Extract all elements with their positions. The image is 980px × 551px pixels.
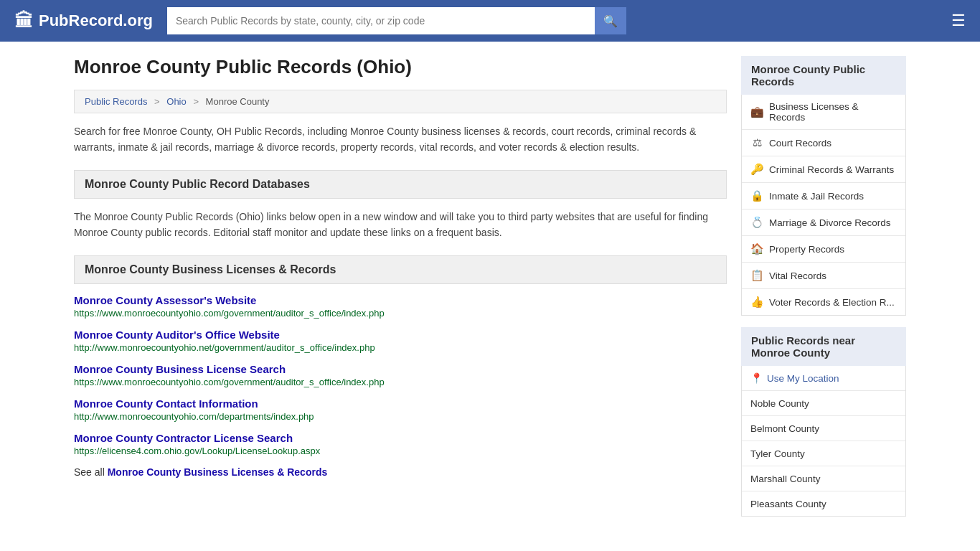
record-link-0[interactable]: Monroe County Assessor's Website	[74, 294, 256, 306]
sidebar-link-business[interactable]: 💼 Business Licenses & Records	[742, 95, 905, 129]
nearby-link-belmont[interactable]: Belmont County	[750, 423, 819, 434]
databases-intro: The Monroe County Public Records (Ohio) …	[74, 209, 727, 241]
record-url-2: https://www.monroecountyohio.com/governm…	[74, 377, 727, 387]
search-bar: 🔍	[167, 7, 626, 34]
criminal-icon: 🔑	[750, 163, 763, 176]
nearby-pleasants: Pleasants County	[742, 491, 905, 516]
sidebar-item-voter: 👍 Voter Records & Election R...	[742, 289, 905, 315]
sidebar-nearby-list: 📍 Use My Location Noble County Belmont C…	[741, 366, 906, 517]
sidebar-link-court[interactable]: ⚖ Court Records	[742, 130, 905, 156]
record-url-4: https://elicense4.com.ohio.gov/Lookup/Li…	[74, 446, 727, 456]
nearby-link-noble[interactable]: Noble County	[750, 398, 809, 409]
nearby-tyler: Tyler County	[742, 441, 905, 466]
content-area: Monroe County Public Records (Ohio) Publ…	[74, 56, 727, 517]
see-all: See all Monroe County Business Licenses …	[74, 466, 727, 478]
marriage-icon: 💍	[750, 216, 763, 229]
search-button[interactable]: 🔍	[595, 7, 626, 34]
record-link-1[interactable]: Monroe County Auditor's Office Website	[74, 329, 280, 341]
record-title-0: Monroe County Assessor's Website	[74, 294, 727, 306]
databases-header: Monroe County Public Record Databases	[74, 170, 727, 199]
record-link-2[interactable]: Monroe County Business License Search	[74, 363, 286, 375]
search-input[interactable]	[167, 7, 595, 34]
sidebar-item-inmate: 🔒 Inmate & Jail Records	[742, 183, 905, 209]
record-entry-0: Monroe County Assessor's Website https:/…	[74, 294, 727, 319]
sidebar-item-business: 💼 Business Licenses & Records	[742, 95, 905, 130]
record-title-2: Monroe County Business License Search	[74, 363, 727, 375]
nearby-link-pleasants[interactable]: Pleasants County	[750, 499, 826, 509]
sidebar-item-criminal: 🔑 Criminal Records & Warrants	[742, 156, 905, 183]
record-title-4: Monroe County Contractor License Search	[74, 432, 727, 444]
record-entry-1: Monroe County Auditor's Office Website h…	[74, 329, 727, 353]
sidebar-item-marriage: 💍 Marriage & Divorce Records	[742, 209, 905, 236]
nearby-belmont: Belmont County	[742, 416, 905, 441]
record-url-1: http://www.monroecountyohio.net/governme…	[74, 342, 727, 353]
sidebar-link-voter[interactable]: 👍 Voter Records & Election R...	[742, 289, 905, 315]
main-container: Monroe County Public Records (Ohio) Publ…	[60, 42, 920, 531]
sidebar-label-property: Property Records	[769, 244, 844, 255]
inmate-icon: 🔒	[750, 189, 763, 202]
record-link-4[interactable]: Monroe County Contractor License Search	[74, 432, 293, 444]
location-icon: 📍	[750, 372, 763, 384]
vital-icon: 📋	[750, 269, 763, 282]
search-icon: 🔍	[603, 15, 618, 27]
logo-text: PubRecord.org	[39, 11, 153, 30]
record-entry-2: Monroe County Business License Search ht…	[74, 363, 727, 387]
sidebar-nearby-section: Public Records near Monroe County 📍 Use …	[741, 327, 906, 517]
logo-icon: 🏛	[14, 10, 33, 32]
breadcrumb-ohio[interactable]: Ohio	[166, 96, 186, 107]
sidebar-link-inmate[interactable]: 🔒 Inmate & Jail Records	[742, 183, 905, 209]
sidebar-link-marriage[interactable]: 💍 Marriage & Divorce Records	[742, 209, 905, 235]
sidebar-nearby-title: Public Records near Monroe County	[741, 327, 906, 366]
breadcrumb-sep-2: >	[193, 96, 199, 107]
breadcrumb-sep-1: >	[154, 96, 160, 107]
sidebar-link-vital[interactable]: 📋 Vital Records	[742, 263, 905, 288]
property-icon: 🏠	[750, 242, 763, 255]
sidebar-label-marriage: Marriage & Divorce Records	[769, 217, 891, 228]
sidebar-records-list: 💼 Business Licenses & Records ⚖ Court Re…	[741, 95, 906, 316]
sidebar-item-court: ⚖ Court Records	[742, 130, 905, 156]
nearby-use-location[interactable]: 📍 Use My Location	[742, 366, 905, 391]
breadcrumb: Public Records > Ohio > Monroe County	[74, 90, 727, 113]
nearby-marshall: Marshall County	[742, 466, 905, 491]
nearby-noble: Noble County	[742, 391, 905, 416]
court-icon: ⚖	[750, 136, 763, 149]
page-title: Monroe County Public Records (Ohio)	[74, 56, 727, 78]
breadcrumb-current: Monroe County	[206, 96, 270, 107]
sidebar-link-criminal[interactable]: 🔑 Criminal Records & Warrants	[742, 156, 905, 182]
sidebar-records-section: Monroe County Public Records 💼 Business …	[741, 56, 906, 316]
record-entry-3: Monroe County Contact Information http:/…	[74, 397, 727, 422]
record-title-1: Monroe County Auditor's Office Website	[74, 329, 727, 341]
nearby-link-tyler[interactable]: Tyler County	[750, 448, 805, 459]
sidebar-label-inmate: Inmate & Jail Records	[769, 191, 864, 202]
record-url-0: https://www.monroecountyohio.com/governm…	[74, 308, 727, 319]
menu-icon: ☰	[951, 11, 966, 29]
record-url-3: http://www.monroecountyohio.com/departme…	[74, 411, 727, 422]
business-icon: 💼	[750, 105, 763, 118]
sidebar-label-criminal: Criminal Records & Warrants	[769, 164, 894, 175]
breadcrumb-public-records[interactable]: Public Records	[85, 96, 147, 107]
sidebar-link-property[interactable]: 🏠 Property Records	[742, 236, 905, 262]
record-entry-4: Monroe County Contractor License Search …	[74, 432, 727, 456]
intro-text: Search for free Monroe County, OH Public…	[74, 123, 727, 156]
use-location-text: Use My Location	[767, 373, 839, 384]
sidebar: Monroe County Public Records 💼 Business …	[741, 56, 906, 517]
voter-icon: 👍	[750, 296, 763, 309]
site-header: 🏛 PubRecord.org 🔍 ☰	[0, 0, 980, 42]
business-header: Monroe County Business Licenses & Record…	[74, 255, 727, 284]
sidebar-item-property: 🏠 Property Records	[742, 236, 905, 263]
sidebar-records-title: Monroe County Public Records	[741, 56, 906, 95]
record-title-3: Monroe County Contact Information	[74, 397, 727, 410]
sidebar-label-vital: Vital Records	[769, 270, 826, 281]
site-logo[interactable]: 🏛 PubRecord.org	[14, 10, 153, 32]
sidebar-label-business: Business Licenses & Records	[769, 101, 897, 123]
sidebar-item-vital: 📋 Vital Records	[742, 263, 905, 289]
see-all-link[interactable]: Monroe County Business Licenses & Record…	[108, 466, 328, 478]
record-link-3[interactable]: Monroe County Contact Information	[74, 397, 258, 410]
menu-button[interactable]: ☰	[951, 11, 966, 30]
sidebar-label-court: Court Records	[769, 138, 831, 149]
sidebar-label-voter: Voter Records & Election R...	[769, 297, 895, 308]
nearby-link-marshall[interactable]: Marshall County	[750, 474, 821, 484]
